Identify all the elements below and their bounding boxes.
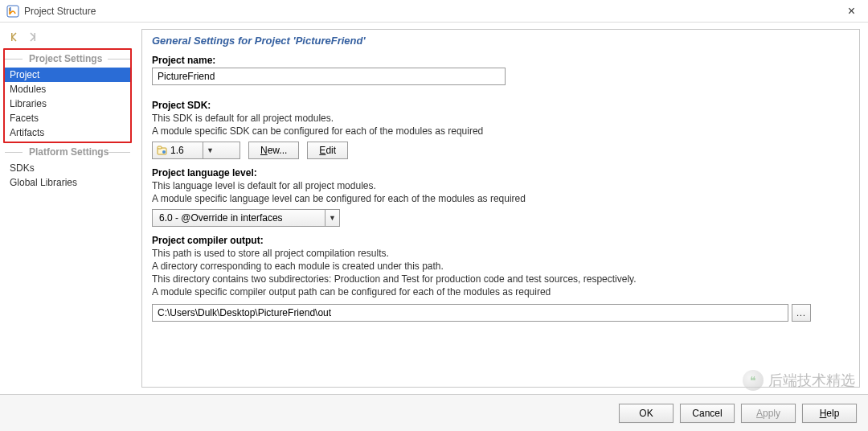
sdk-value: 1.6	[170, 145, 203, 156]
project-sdk-label: Project SDK:	[152, 100, 850, 111]
sidebar-item-project[interactable]: Project	[5, 68, 130, 82]
dialog-button-bar: OK Cancel Apply Help	[0, 394, 868, 431]
sidebar-item-label: Libraries	[10, 98, 47, 109]
language-level-combo[interactable]: 6.0 - @Override in interfaces ▼	[152, 209, 340, 227]
sidebar-item-label: Modules	[10, 84, 46, 95]
forward-icon[interactable]	[26, 31, 39, 43]
sidebar-item-label: Facets	[10, 113, 39, 124]
titlebar: Project Structure ×	[0, 0, 868, 23]
window-title: Project Structure	[24, 6, 96, 17]
sidebar-item-modules[interactable]: Modules	[5, 82, 130, 96]
project-settings-highlight: Project Settings Project Modules Librari…	[3, 48, 132, 143]
project-name-label: Project name:	[152, 55, 850, 66]
language-level-label: Project language level:	[152, 167, 850, 179]
chevron-down-icon: ▼	[203, 142, 217, 158]
out-desc: This path is used to store all project c…	[152, 248, 850, 259]
close-icon[interactable]: ×	[841, 4, 862, 18]
sidebar-item-label: SDKs	[10, 162, 35, 174]
sdk-edit-button[interactable]: Edit	[307, 142, 348, 159]
lang-desc: A module specific language level can be …	[152, 193, 850, 204]
sidebar-item-libraries[interactable]: Libraries	[5, 96, 130, 111]
out-desc: A module specific compiler output path c…	[152, 286, 850, 298]
sidebar-item-label: Artifacts	[10, 127, 44, 138]
svg-rect-2	[11, 33, 13, 41]
general-settings-panel: General Settings for Project 'PictureFri…	[141, 29, 860, 388]
sidebar-item-label: Project	[10, 69, 39, 80]
compiler-output-input[interactable]	[152, 304, 788, 322]
app-icon	[6, 5, 19, 18]
chevron-down-icon: ▼	[325, 210, 339, 226]
sidebar-item-global-libraries[interactable]: Global Libraries	[5, 175, 130, 190]
main-area: General Settings for Project 'PictureFri…	[135, 23, 868, 394]
sidebar-item-label: Global Libraries	[10, 177, 77, 188]
svg-rect-1	[10, 7, 11, 11]
out-desc: This directory contains two subdirectori…	[152, 273, 850, 285]
browse-button[interactable]: ...	[792, 304, 811, 322]
language-level-value: 6.0 - @Override in interfaces	[156, 212, 325, 224]
project-name-input[interactable]	[152, 68, 506, 85]
sdk-icon	[156, 145, 167, 156]
sidebar-item-sdks[interactable]: SDKs	[5, 161, 130, 175]
sidebar-item-facets[interactable]: Facets	[5, 111, 130, 125]
cancel-button[interactable]: Cancel	[680, 404, 735, 423]
sidebar: Project Settings Project Modules Librari…	[0, 23, 135, 394]
platform-settings-header: Platform Settings	[5, 143, 130, 161]
panel-title: General Settings for Project 'PictureFri…	[152, 35, 850, 47]
sdk-combo[interactable]: 1.6 ▼	[152, 142, 240, 159]
sidebar-item-artifacts[interactable]: Artifacts	[5, 125, 130, 140]
out-desc: A directory corresponding to each module…	[152, 261, 850, 272]
help-button[interactable]: Help	[802, 404, 857, 423]
svg-rect-3	[35, 33, 36, 41]
sdk-desc: This SDK is default for all project modu…	[152, 113, 850, 124]
back-icon[interactable]	[8, 31, 21, 43]
svg-point-6	[162, 150, 166, 154]
svg-rect-5	[158, 146, 162, 149]
project-settings-header: Project Settings	[5, 50, 130, 68]
sdk-desc: A module specific SDK can be configured …	[152, 125, 850, 137]
compiler-output-label: Project compiler output:	[152, 235, 850, 246]
apply-button[interactable]: Apply	[741, 404, 796, 423]
ok-button[interactable]: OK	[619, 404, 674, 423]
sdk-new-button[interactable]: New...	[248, 142, 299, 159]
sidebar-toolbar	[5, 29, 130, 48]
lang-desc: This language level is default for all p…	[152, 180, 850, 191]
